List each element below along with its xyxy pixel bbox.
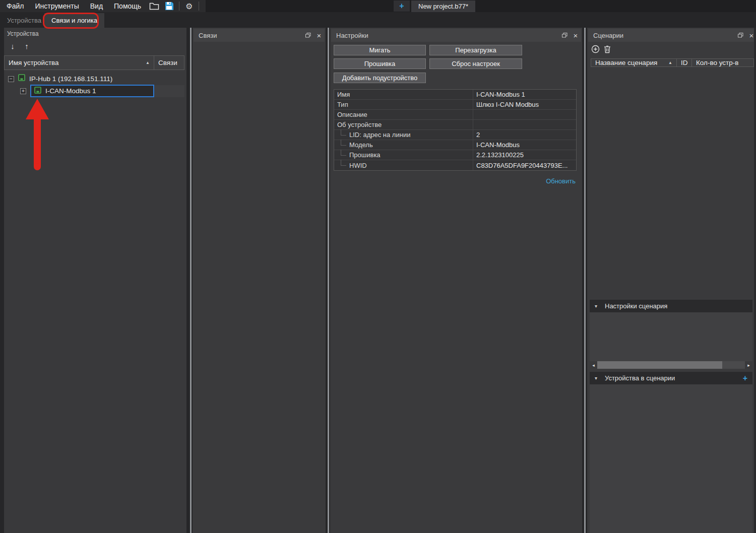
refresh-link[interactable]: Обновить bbox=[546, 177, 576, 185]
scenarios-panel: Сценарии × Название сценария ▲ ID bbox=[587, 28, 754, 533]
scenario-settings-body bbox=[590, 312, 752, 361]
column-header-device-name[interactable]: Имя устройства ▲ bbox=[4, 55, 154, 70]
menu-bar: Файл Инструменты Вид Помощь ⚙ + Ne bbox=[0, 0, 756, 12]
selected-tree-item[interactable]: I-CAN-Modbus 1 bbox=[30, 85, 154, 97]
settings-panel-header: Настройки × bbox=[331, 29, 581, 42]
menu-separator bbox=[179, 2, 179, 11]
sort-asc-icon: ▲ bbox=[146, 60, 150, 65]
scenario-settings-title: Настройки сценария bbox=[605, 302, 667, 310]
tree-item-label: I-CAN-Modbus 1 bbox=[45, 87, 96, 95]
scroll-right-button[interactable]: ▸ bbox=[745, 361, 752, 369]
scenario-devices-title: Устройства в сценарии bbox=[605, 374, 675, 382]
close-icon[interactable]: × bbox=[570, 30, 581, 41]
menu-file[interactable]: Файл bbox=[1, 1, 29, 11]
tab-strip bbox=[206, 0, 756, 12]
devices-panel: Устройства ↓ ↑ Имя устройства ▲ Связи − … bbox=[4, 28, 186, 533]
reboot-button[interactable]: Перезагрузка bbox=[429, 45, 522, 55]
column-header-scenario-id[interactable]: ID bbox=[677, 58, 692, 67]
add-device-to-scenario-button[interactable]: + bbox=[743, 374, 752, 383]
scenarios-panel-title: Сценарии bbox=[588, 32, 623, 39]
close-icon[interactable]: × bbox=[746, 30, 754, 41]
settings-panel: Настройки × Мигать Перезагрузка Прошивка… bbox=[330, 28, 582, 533]
property-row-model: Модель I-CAN-Modbus bbox=[334, 140, 576, 150]
scenarios-toolbar bbox=[591, 45, 611, 55]
tree-row-i-can-modbus[interactable]: + I-CAN-Modbus 1 bbox=[4, 85, 184, 98]
expand-expander[interactable]: + bbox=[20, 88, 26, 94]
property-row-firmware: Прошивка 2.2.1323100225 bbox=[334, 150, 576, 160]
firmware-button[interactable]: Прошивка bbox=[334, 58, 426, 69]
chevron-down-icon: ▾ bbox=[590, 375, 605, 381]
property-row-description: Описание bbox=[334, 110, 576, 120]
float-window-icon[interactable] bbox=[302, 30, 313, 41]
device-icon bbox=[18, 74, 25, 83]
scenarios-panel-header: Сценарии × bbox=[588, 29, 754, 42]
links-panel: Связи × bbox=[193, 28, 326, 533]
collapse-expander[interactable]: − bbox=[8, 76, 14, 82]
scroll-left-button[interactable]: ◂ bbox=[590, 361, 597, 369]
links-cell-highlight[interactable] bbox=[155, 85, 184, 97]
sort-asc-icon: ▲ bbox=[668, 60, 672, 65]
reset-settings-button[interactable]: Сброс настроек bbox=[429, 58, 522, 69]
devices-panel-title: Устройства bbox=[7, 30, 39, 37]
add-scenario-icon[interactable] bbox=[591, 45, 600, 55]
panel-splitter[interactable] bbox=[328, 28, 329, 533]
links-panel-title: Связи bbox=[194, 32, 217, 39]
menu-help[interactable]: Помощь bbox=[108, 1, 147, 11]
chevron-down-icon: ▾ bbox=[590, 303, 605, 309]
property-row-about-device: Об устройстве bbox=[334, 120, 576, 130]
menu-separator bbox=[199, 2, 199, 11]
scenario-settings-section-header[interactable]: ▾ Настройки сценария bbox=[590, 300, 752, 312]
tree-row-ip-hub[interactable]: − IP-Hub 1 (192.168.151.111) bbox=[4, 73, 184, 85]
property-row-hwid: HWID C83D76A5DFA9F20443793E... bbox=[334, 160, 576, 170]
gear-icon[interactable]: ⚙ bbox=[181, 1, 197, 12]
scenario-devices-section-header[interactable]: ▾ Устройства в сценарии + bbox=[590, 372, 752, 384]
panel-splitter[interactable] bbox=[190, 28, 192, 533]
delete-scenario-icon[interactable] bbox=[604, 45, 611, 55]
application-window: Файл Инструменты Вид Помощь ⚙ + Ne bbox=[0, 0, 756, 533]
devices-table-header: Имя устройства ▲ Связи bbox=[4, 55, 184, 70]
scrollbar-track[interactable] bbox=[722, 361, 745, 369]
menu-view[interactable]: Вид bbox=[85, 1, 108, 11]
save-icon[interactable] bbox=[162, 1, 177, 12]
panel-splitter[interactable] bbox=[584, 28, 586, 533]
menu-tools[interactable]: Инструменты bbox=[29, 1, 84, 11]
open-folder-icon[interactable] bbox=[147, 1, 162, 12]
tab-devices[interactable]: Устройства bbox=[0, 13, 48, 28]
settings-panel-title: Настройки bbox=[331, 32, 368, 39]
scrollbar-thumb[interactable] bbox=[597, 361, 722, 369]
add-subdevice-button[interactable]: Добавить подустройство bbox=[334, 73, 426, 83]
blink-button[interactable]: Мигать bbox=[334, 45, 426, 55]
property-row-lid: LID: адрес на линии 2 bbox=[334, 130, 576, 140]
float-window-icon[interactable] bbox=[559, 30, 570, 41]
tree-item-label: IP-Hub 1 (192.168.151.111) bbox=[29, 75, 112, 83]
links-panel-header: Связи × bbox=[194, 29, 325, 42]
device-icon bbox=[34, 87, 41, 96]
new-project-tab-button[interactable]: + bbox=[394, 1, 410, 12]
property-row-type: Тип Шлюз I-CAN Modbus bbox=[334, 100, 576, 110]
view-tab-bar: Устройства Связи и логика bbox=[0, 12, 756, 28]
column-header-scenario-name[interactable]: Название сценария ▲ bbox=[591, 58, 677, 67]
float-window-icon[interactable] bbox=[735, 30, 746, 41]
property-row-name: Имя I-CAN-Modbus 1 bbox=[334, 90, 576, 100]
move-down-icon[interactable]: ↓ bbox=[8, 42, 17, 50]
close-icon[interactable]: × bbox=[313, 30, 325, 41]
window-edge bbox=[754, 28, 756, 533]
tab-links-logic[interactable]: Связи и логика bbox=[44, 13, 104, 28]
devices-toolbar: ↓ ↑ bbox=[8, 42, 31, 50]
column-header-device-count[interactable]: Кол-во устр-в bbox=[692, 58, 754, 67]
scenarios-table-header: Название сценария ▲ ID Кол-во устр-в bbox=[591, 58, 754, 67]
project-tab[interactable]: New project.b77* bbox=[411, 1, 475, 12]
device-properties-table: Имя I-CAN-Modbus 1 Тип Шлюз I-CAN Modbus… bbox=[334, 89, 577, 171]
scenario-devices-body bbox=[590, 384, 752, 533]
horizontal-scrollbar: ◂ ▸ bbox=[590, 361, 752, 369]
move-up-icon[interactable]: ↑ bbox=[22, 42, 31, 50]
column-header-links[interactable]: Связи bbox=[154, 55, 184, 70]
